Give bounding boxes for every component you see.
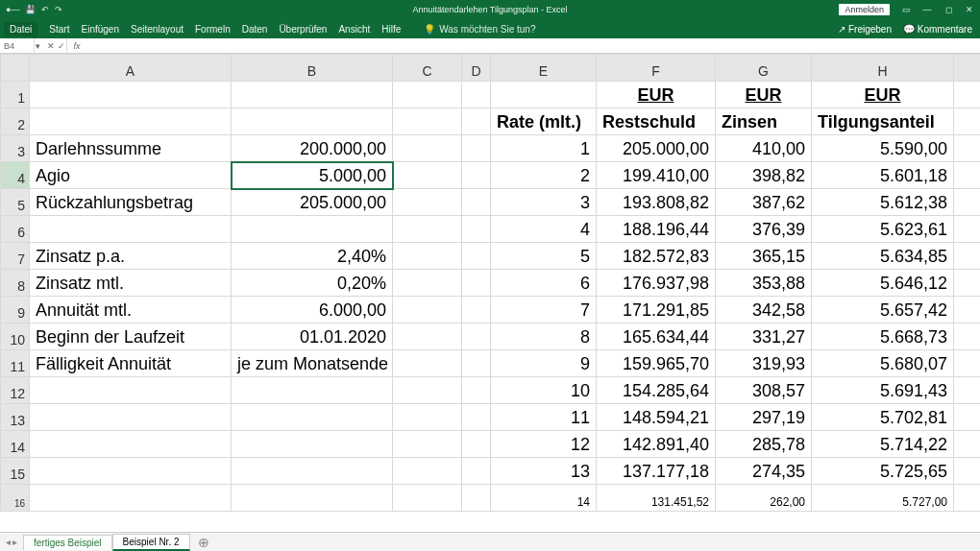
cell[interactable] bbox=[491, 82, 597, 108]
cell[interactable]: Rückzahlungsbetrag bbox=[30, 189, 232, 216]
cell[interactable] bbox=[462, 216, 491, 243]
sheet-tab-active[interactable]: Beispiel Nr. 2 bbox=[112, 534, 190, 551]
cell[interactable] bbox=[232, 404, 393, 431]
cell[interactable] bbox=[393, 135, 462, 162]
cell[interactable] bbox=[462, 350, 491, 377]
cell[interactable]: 5.000,00 bbox=[232, 162, 393, 189]
cell[interactable] bbox=[954, 189, 981, 216]
cell[interactable] bbox=[393, 162, 462, 189]
cell[interactable]: Zinsatz p.a. bbox=[30, 243, 232, 270]
sheet-tab[interactable]: fertiges Beispiel bbox=[23, 535, 112, 550]
cell[interactable]: 5.691,43 bbox=[812, 377, 954, 404]
row-header[interactable]: 8 bbox=[1, 270, 30, 297]
cell[interactable] bbox=[954, 162, 981, 189]
cell[interactable]: Beginn der Laufzeit bbox=[30, 323, 232, 350]
add-sheet-icon[interactable]: ⊕ bbox=[190, 535, 217, 550]
row-header[interactable]: 16 bbox=[1, 485, 30, 512]
row-header[interactable]: 3 bbox=[1, 135, 30, 162]
row-header[interactable]: 2 bbox=[1, 108, 30, 135]
cell[interactable] bbox=[30, 82, 232, 108]
row-header[interactable]: 5 bbox=[1, 189, 30, 216]
cell[interactable] bbox=[954, 377, 981, 404]
row-header[interactable]: 10 bbox=[1, 323, 30, 350]
cell[interactable] bbox=[393, 485, 462, 512]
cell[interactable]: 01.01.2020 bbox=[232, 323, 393, 350]
cell[interactable]: 5.680,07 bbox=[812, 350, 954, 377]
cell[interactable] bbox=[954, 243, 981, 270]
cell[interactable]: Zinsatz mtl. bbox=[30, 270, 232, 297]
cell[interactable] bbox=[393, 458, 462, 485]
cell[interactable] bbox=[30, 216, 232, 243]
tab-review[interactable]: Überprüfen bbox=[279, 24, 327, 35]
cell[interactable] bbox=[232, 377, 393, 404]
cell[interactable]: 159.965,70 bbox=[597, 350, 716, 377]
cell[interactable] bbox=[393, 350, 462, 377]
cell[interactable] bbox=[954, 216, 981, 243]
cell[interactable]: 199.410,00 bbox=[597, 162, 716, 189]
cell[interactable] bbox=[393, 216, 462, 243]
cell[interactable]: 5 bbox=[491, 243, 597, 270]
cell[interactable] bbox=[462, 108, 491, 135]
cell[interactable] bbox=[954, 350, 981, 377]
cell[interactable] bbox=[462, 162, 491, 189]
cell[interactable] bbox=[30, 431, 232, 458]
col-header-A[interactable]: A bbox=[30, 55, 232, 82]
sheet-nav-next-icon[interactable]: ▸ bbox=[12, 537, 17, 547]
cell[interactable]: 171.291,85 bbox=[597, 297, 716, 323]
cell[interactable] bbox=[462, 323, 491, 350]
cell[interactable] bbox=[232, 82, 393, 108]
cell[interactable] bbox=[393, 297, 462, 323]
cell[interactable] bbox=[462, 189, 491, 216]
cell[interactable]: Zinsen bbox=[716, 108, 812, 135]
row-header[interactable]: 12 bbox=[1, 377, 30, 404]
cell[interactable]: 285,78 bbox=[716, 431, 812, 458]
comments-button[interactable]: 💬 Kommentare bbox=[903, 24, 972, 35]
cell[interactable]: 2,40% bbox=[232, 243, 393, 270]
cell[interactable]: 376,39 bbox=[716, 216, 812, 243]
cell[interactable]: 154.285,64 bbox=[597, 377, 716, 404]
cell[interactable]: 5.646,12 bbox=[812, 270, 954, 297]
cell[interactable] bbox=[30, 404, 232, 431]
redo-icon[interactable]: ↷ bbox=[55, 5, 62, 14]
cell[interactable]: 148.594,21 bbox=[597, 404, 716, 431]
cell[interactable] bbox=[393, 243, 462, 270]
row-header[interactable]: 9 bbox=[1, 297, 30, 323]
cell[interactable]: 137.177,18 bbox=[597, 458, 716, 485]
cell[interactable]: 365,15 bbox=[716, 243, 812, 270]
cell[interactable] bbox=[954, 82, 981, 108]
cell[interactable] bbox=[462, 270, 491, 297]
row-header[interactable]: 11 bbox=[1, 350, 30, 377]
cell[interactable]: Tilgungsanteil bbox=[812, 108, 954, 135]
cell[interactable]: 188.196,44 bbox=[597, 216, 716, 243]
spreadsheet-grid[interactable]: A B C D E F G H 1 EUR EUR EUR 2 Rate (ml… bbox=[0, 54, 980, 512]
cell[interactable] bbox=[954, 135, 981, 162]
cell[interactable] bbox=[30, 377, 232, 404]
cell[interactable]: 7 bbox=[491, 297, 597, 323]
cell[interactable] bbox=[954, 485, 981, 512]
cell[interactable] bbox=[232, 216, 393, 243]
col-header-H[interactable]: H bbox=[812, 55, 954, 82]
cell[interactable] bbox=[393, 404, 462, 431]
cell[interactable] bbox=[232, 108, 393, 135]
col-header-G[interactable]: G bbox=[716, 55, 812, 82]
cell[interactable] bbox=[954, 404, 981, 431]
row-header[interactable]: 15 bbox=[1, 458, 30, 485]
cell[interactable]: 182.572,83 bbox=[597, 243, 716, 270]
cell[interactable]: 5.727,00 bbox=[812, 485, 954, 512]
cell[interactable]: 4 bbox=[491, 216, 597, 243]
cell[interactable]: 274,35 bbox=[716, 458, 812, 485]
cell[interactable]: 410,00 bbox=[716, 135, 812, 162]
cell[interactable]: 193.808,82 bbox=[597, 189, 716, 216]
name-box[interactable]: B4 bbox=[0, 38, 35, 53]
cell[interactable] bbox=[954, 270, 981, 297]
cell[interactable]: 342,58 bbox=[716, 297, 812, 323]
cell[interactable]: 131.451,52 bbox=[597, 485, 716, 512]
cell[interactable]: 387,62 bbox=[716, 189, 812, 216]
cell[interactable]: Agio bbox=[30, 162, 232, 189]
maximize-icon[interactable]: ◻ bbox=[938, 5, 959, 14]
row-header[interactable]: 1 bbox=[1, 82, 30, 108]
sheet-nav-prev-icon[interactable]: ◂ bbox=[6, 537, 11, 547]
cell[interactable]: Annuität mtl. bbox=[30, 297, 232, 323]
cell[interactable] bbox=[393, 82, 462, 108]
cell[interactable]: je zum Monatsende bbox=[232, 350, 393, 377]
